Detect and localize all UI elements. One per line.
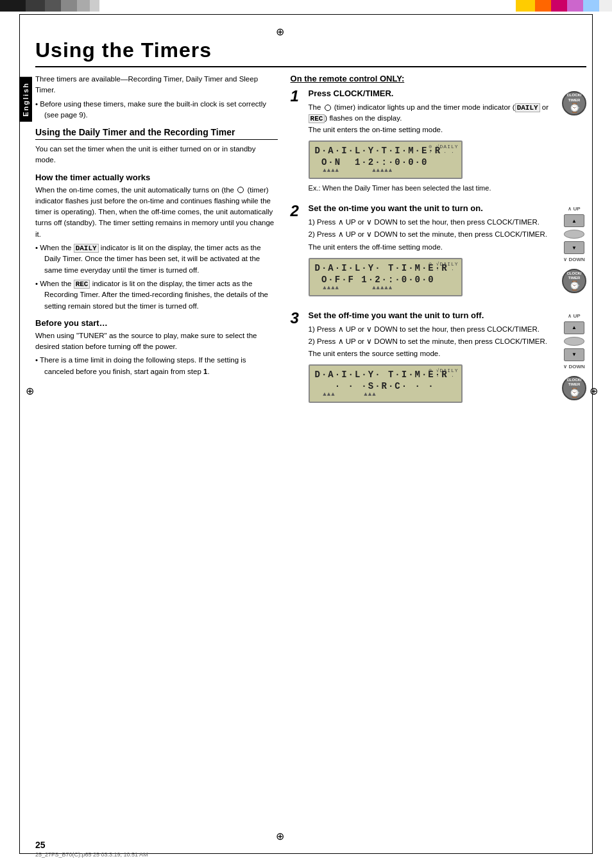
lcd-row2-2: O·F·F 1·2·:·0·0·0 [315,275,456,285]
step-2-main: 2 Set the on-time you want the unit to t… [291,203,558,302]
down-button-3[interactable]: ▼ [564,348,584,361]
left-column: Three timers are available—Recording Tim… [35,74,278,417]
lcd-display-3: ⊙ √DAILY· · · · D·A·I·L·Y· T·I·M·E·R · ·… [309,364,463,403]
color-block-orange [535,0,551,12]
lcd-indicator-2: ⊙ √DAILY· · · · [429,261,458,273]
step-2-number: 2 [291,203,305,219]
top-bar-right [306,0,612,12]
step-3-sub-1: 1) Press ∧ UP or ∨ DOWN to set the hour,… [309,324,547,335]
up-label-3: ∧ UP [568,313,580,319]
english-tab: English [19,77,32,122]
color-block-yellow [516,0,535,12]
color-block-4 [61,0,77,12]
color-block-purple [567,0,583,12]
top-color-bar [0,0,612,12]
footer-text: 25_27FS_B70(C).p65 25 03.3.19, 10:51 AM [35,851,586,858]
clock-timer-button-1[interactable]: CLOCK/ TIMER ⌚ [562,91,586,115]
crosshair-left: ⊕ [26,385,34,397]
step-1-number: 1 [291,89,305,104]
step-3-number: 3 [291,311,305,326]
intro-bullet: • Before using these timers, make sure t… [35,99,278,121]
lcd-display-2: ⊙ √DAILY· · · · D·A·I·L·Y· T·I·M·E·R O·F… [309,258,463,296]
step-3: 3 Set the off-time you want the unit to … [291,311,586,409]
crosshair-right: ⊕ [590,385,598,397]
how-heading: How the timer actually works [35,173,278,182]
step-1-body2: The unit enters the on-time setting mode… [309,124,558,135]
page-border-top [19,14,593,15]
up-button-2[interactable]: ▲ [564,214,584,227]
lcd-dots-1: ▲▲▲▲ ▲▲▲▲▲ [315,167,456,174]
color-block-6 [90,0,99,12]
step-2-sub-2: 2) Press ∧ UP or ∨ DOWN to set the minut… [309,229,547,240]
right-column: On the remote control ONLY: 1 Press CLOC… [291,74,586,417]
how-text: When the on-time comes, the unit automat… [35,185,278,240]
step-3-icons: ∧ UP ▲ ▼ ∨ DOWN CLOCK/ TIMER ⌚ [562,311,586,400]
how-bullet-1: • When the DAILY indicator is lit on the… [35,243,278,276]
intro-text: Three timers are available—Recording Tim… [35,74,278,96]
page-border-right [592,14,593,854]
step-2-icons: ∧ UP ▲ ▼ ∨ DOWN CLOCK/ TIMER ⌚ [562,203,586,293]
color-block-white [599,0,612,12]
step-3-sub-2: 2) Press ∧ UP or ∨ DOWN to set the minut… [309,336,547,347]
step-2-content: Set the on-time you want the unit to tur… [309,203,547,302]
step-1-main: 1 Press CLOCK/TIMER. The (timer) indicat… [291,89,558,194]
step-3-title: Set the off-time you want the unit to tu… [309,311,547,321]
down-label-3: ∨ DOWN [563,364,585,370]
ex-note-1: Ex.: When the Daily Timer has been selec… [309,184,558,192]
crosshair-top: ⊕ [276,26,284,38]
page-title: Using the Timers [35,38,586,67]
section-intro: You can set the timer when the unit is e… [35,144,278,166]
up-button-3[interactable]: ▲ [564,321,584,334]
lcd-row2-1: O·N 1·2·:·0·0·0 [315,157,456,167]
before-text: When using "TUNER" as the source to play… [35,330,278,353]
color-block-1 [0,0,26,12]
main-content: Using the Timers Three timers are availa… [35,38,586,842]
footer-filename: 25_27FS_B70(C).p65 25 03.3.19, 10:51 AM [35,851,148,858]
color-block-pink [551,0,567,12]
step-1-icons: CLOCK/ TIMER ⌚ [562,89,586,115]
step-3-body2: The unit enters the source setting mode. [309,348,547,359]
step-1-content: Press CLOCK/TIMER. The (timer) indicator… [309,89,558,194]
two-col-layout: Three timers are available—Recording Tim… [35,74,586,417]
how-bullet-2: • When the REC indicator is lit on the d… [35,278,278,312]
step-2: 2 Set the on-time you want the unit to t… [291,203,586,302]
ud-buttons-3: ▲ ▼ [564,321,584,361]
lcd-dots-3: ▲▲▲ ▲▲▲ [315,391,456,398]
color-block-2 [26,0,45,12]
color-block-lightblue [583,0,599,12]
step-1: 1 Press CLOCK/TIMER. The (timer) indicat… [291,89,586,194]
step-3-content: Set the off-time you want the unit to tu… [309,311,547,409]
lcd-display-1: ⊙ √DAILY· · · · D·A·I·L·Y·T·I·M·E·R O·N … [309,140,463,179]
before-heading: Before you start… [35,318,278,328]
step-2-substeps: 1) Press ∧ UP or ∨ DOWN to set the hour,… [309,217,547,241]
step-1-title: Press CLOCK/TIMER. [309,89,558,99]
step-1-body: The (timer) indicator lights up and the … [309,102,558,124]
top-bar-left [0,0,306,12]
section-heading: Using the Daily Timer and the Recording … [35,127,278,140]
clock-timer-button-3[interactable]: CLOCK/ TIMER ⌚ [562,376,586,400]
before-bullet: • There is a time limit in doing the fol… [35,355,278,377]
down-button-2[interactable]: ▼ [564,241,584,254]
center-button-3[interactable] [564,337,584,346]
clock-timer-button-2[interactable]: CLOCK/ TIMER ⌚ [562,269,586,293]
step-2-sub-1: 1) Press ∧ UP or ∨ DOWN to set the hour,… [309,217,547,228]
lcd-dots-2: ▲▲▲▲ ▲▲▲▲▲ [315,285,456,291]
page-number: 25 [35,840,46,850]
color-block-5 [77,0,90,12]
step-2-body2: The unit enters the off-time setting mod… [309,242,547,253]
page-border-left [19,14,20,854]
lcd-row2-3: · · ·S·R·C· · · [315,381,456,391]
step-3-substeps: 1) Press ∧ UP or ∨ DOWN to set the hour,… [309,324,547,348]
remote-heading: On the remote control ONLY: [291,74,586,83]
step-3-main: 3 Set the off-time you want the unit to … [291,311,558,409]
ud-buttons-2: ▲ ▼ [564,214,584,254]
lcd-indicator-1: ⊙ √DAILY· · · · [429,144,458,155]
color-block-3 [45,0,61,12]
center-button-2[interactable] [564,230,584,239]
step-2-title: Set the on-time you want the unit to tur… [309,203,547,214]
lcd-indicator-3: ⊙ √DAILY· · · · [429,368,458,379]
down-label-2: ∨ DOWN [563,257,585,262]
up-label-2: ∧ UP [568,206,580,212]
